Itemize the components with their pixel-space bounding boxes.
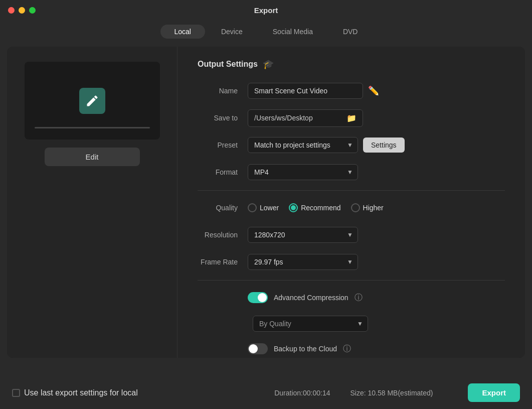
traffic-lights [8, 7, 36, 14]
quality-recommend-option[interactable]: Recommend [289, 203, 340, 212]
folder-path-area[interactable]: /Users/ws/Desktop 📁 [248, 109, 363, 127]
tab-local[interactable]: Local [160, 25, 205, 39]
resolution-select-wrap: 1280x720 ▼ [248, 227, 358, 243]
backup-cloud-toggle-wrap: Backup to the Cloud ⓘ [248, 343, 351, 354]
frame-rate-row: Frame Rate 29.97 fps ▼ [198, 253, 505, 271]
save-to-row: Save to /Users/ws/Desktop 📁 [198, 109, 505, 127]
section-title: Output Settings 🎓 [198, 59, 505, 70]
quality-higher-label: Higher [363, 204, 384, 212]
window-title: Export [254, 6, 278, 15]
preview-icon [79, 88, 105, 114]
ai-edit-icon[interactable]: ✏️ [368, 85, 379, 96]
preset-select-wrap: Match to project settings ▼ [248, 137, 358, 153]
name-row: Name ✏️ [198, 82, 505, 100]
frame-rate-select-wrap: 29.97 fps ▼ [248, 254, 358, 270]
tab-social-media[interactable]: Social Media [259, 25, 327, 39]
quality-lower-radio[interactable] [248, 203, 257, 212]
by-quality-wrap: By Quality ▼ [253, 316, 505, 332]
advanced-compression-row: Advanced Compression ⓘ [198, 289, 505, 307]
format-control: MP4 ▼ [248, 164, 505, 180]
folder-path-text: /Users/ws/Desktop [254, 114, 342, 122]
advanced-compression-label: Advanced Compression [274, 294, 348, 302]
last-export-settings-label: Use last export settings for local [24, 388, 138, 397]
format-select[interactable]: MP4 [248, 164, 358, 180]
by-quality-select[interactable]: By Quality [253, 316, 368, 332]
format-select-wrap: MP4 ▼ [248, 164, 358, 180]
name-label: Name [198, 87, 248, 95]
backup-cloud-toggle-knob [249, 344, 258, 353]
save-to-label: Save to [198, 114, 248, 122]
duration-info: Duration:00:00:14 [274, 389, 330, 397]
graduation-cap-icon: 🎓 [263, 59, 274, 70]
name-control: ✏️ [248, 83, 505, 99]
quality-lower-label: Lower [260, 204, 279, 212]
export-button[interactable]: Export [468, 383, 520, 402]
backup-cloud-control: Backup to the Cloud ⓘ [248, 343, 505, 354]
backup-cloud-toggle[interactable] [248, 343, 268, 354]
close-button[interactable] [8, 7, 15, 14]
quality-label: Quality [198, 204, 248, 212]
advanced-compression-toggle-knob [258, 293, 267, 302]
preset-control: Match to project settings ▼ Settings [248, 137, 505, 153]
folder-icon[interactable]: 📁 [346, 113, 357, 123]
edit-pencil-icon [85, 94, 99, 108]
maximize-button[interactable] [29, 7, 36, 14]
quality-recommend-label: Recommend [301, 204, 340, 212]
right-panel: Output Settings 🎓 Name ✏️ Save to /Users… [178, 47, 525, 358]
format-label: Format [198, 168, 248, 176]
tab-dvd[interactable]: DVD [329, 25, 372, 39]
title-bar: Export [0, 0, 532, 21]
bottom-bar: Use last export settings for local Durat… [0, 376, 532, 409]
save-to-control: /Users/ws/Desktop 📁 [248, 109, 505, 127]
frame-rate-control: 29.97 fps ▼ [248, 254, 505, 270]
frame-rate-select[interactable]: 29.97 fps [248, 254, 358, 270]
backup-cloud-row: Backup to the Cloud ⓘ [198, 340, 505, 358]
advanced-compression-control: Advanced Compression ⓘ [248, 292, 505, 303]
preset-label: Preset [198, 141, 248, 149]
resolution-label: Resolution [198, 231, 248, 239]
left-panel: Edit [7, 47, 178, 358]
by-quality-select-wrap: By Quality ▼ [253, 316, 368, 332]
preview-box [25, 62, 160, 140]
resolution-select[interactable]: 1280x720 [248, 227, 358, 243]
tab-device[interactable]: Device [207, 25, 257, 39]
advanced-compression-toggle-wrap: Advanced Compression ⓘ [248, 292, 363, 303]
last-export-settings-wrap: Use last export settings for local [12, 388, 138, 397]
backup-cloud-label: Backup to the Cloud [274, 345, 337, 353]
last-export-settings-checkbox[interactable] [12, 389, 20, 397]
divider-1 [198, 190, 505, 191]
tab-bar: Local Device Social Media DVD [0, 21, 532, 47]
divider-2 [198, 280, 505, 281]
output-settings-label: Output Settings [198, 60, 258, 69]
minimize-button[interactable] [19, 7, 25, 14]
quality-higher-radio[interactable] [351, 203, 360, 212]
settings-button[interactable]: Settings [363, 138, 405, 153]
advanced-compression-toggle[interactable] [248, 292, 268, 303]
quality-lower-option[interactable]: Lower [248, 203, 279, 212]
backup-cloud-help-icon[interactable]: ⓘ [343, 344, 351, 354]
quality-row: Quality Lower Recommend Higher [198, 199, 505, 217]
advanced-compression-help-icon[interactable]: ⓘ [354, 293, 363, 303]
frame-rate-label: Frame Rate [198, 258, 248, 266]
size-info: Size: 10.58 MB(estimated) [350, 389, 433, 397]
resolution-control: 1280x720 ▼ [248, 227, 505, 243]
edit-button[interactable]: Edit [45, 148, 140, 166]
format-row: Format MP4 ▼ [198, 163, 505, 181]
quality-control: Lower Recommend Higher [248, 203, 505, 212]
name-input[interactable] [248, 83, 363, 99]
quality-group: Lower Recommend Higher [248, 203, 384, 212]
preset-select[interactable]: Match to project settings [248, 137, 358, 153]
quality-recommend-radio[interactable] [289, 203, 298, 212]
preset-row: Preset Match to project settings ▼ Setti… [198, 136, 505, 154]
main-content: Edit Output Settings 🎓 Name ✏️ Save to /… [7, 47, 525, 358]
resolution-row: Resolution 1280x720 ▼ [198, 226, 505, 244]
preview-timeline [35, 127, 150, 128]
bottom-info: Duration:00:00:14 Size: 10.58 MB(estimat… [274, 383, 520, 402]
quality-higher-option[interactable]: Higher [351, 203, 384, 212]
